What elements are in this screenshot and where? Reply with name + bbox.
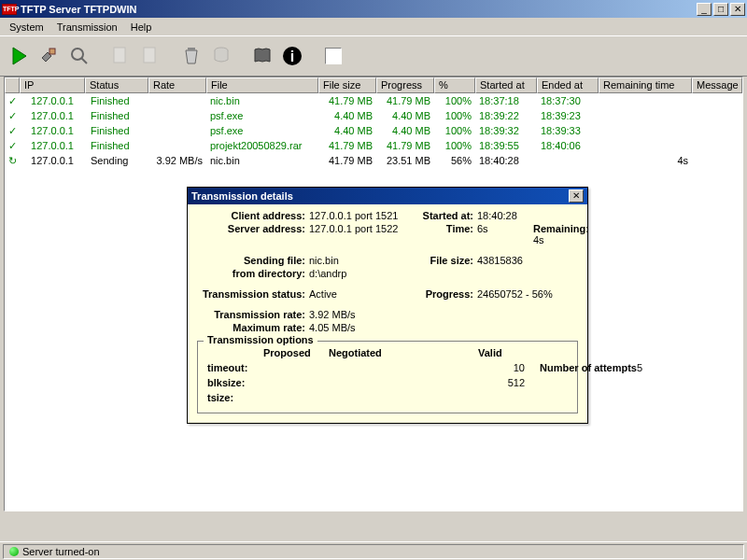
book-button[interactable] <box>248 42 276 70</box>
cell-ip: 127.0.0.1 <box>20 125 85 136</box>
status-text: Server turned-on <box>22 546 100 557</box>
doc1-button <box>106 42 134 70</box>
lbl-mrate: Maximum rate: <box>197 322 309 333</box>
svg-rect-6 <box>188 48 195 50</box>
database-button <box>207 42 235 70</box>
dialog-close-button[interactable]: ✕ <box>569 189 584 203</box>
col-rate[interactable]: Rate <box>148 77 206 93</box>
cell-filesize: 4.40 MB <box>318 110 376 121</box>
transmission-details-dialog: Transmission details ✕ Client address: 1… <box>187 187 588 424</box>
maximize-button[interactable]: □ <box>713 3 728 16</box>
cell-status: Finished <box>85 95 148 106</box>
lbl-blksize: blksize: <box>207 377 263 388</box>
start-button[interactable] <box>6 42 34 70</box>
val-trate: 3.92 MB/s <box>309 309 599 320</box>
check-icon: ✓ <box>5 110 20 122</box>
dialog-body: Client address: 127.0.0.1 port 1521 Star… <box>188 204 587 423</box>
cell-ip: 127.0.0.1 <box>20 95 85 106</box>
val-attempts: 5 <box>637 362 655 373</box>
col-ip[interactable]: IP <box>20 77 85 93</box>
val-mrate: 4.05 MB/s <box>309 322 599 333</box>
find-button[interactable] <box>65 42 93 70</box>
menu-transmission[interactable]: Transmission <box>51 20 123 35</box>
cell-started: 18:39:22 <box>475 110 537 121</box>
check-icon: ✓ <box>5 140 20 152</box>
lbl-progress: Progress: <box>412 288 477 300</box>
database-icon <box>210 45 233 67</box>
close-button[interactable]: ✕ <box>730 3 745 16</box>
cell-started: 18:39:32 <box>475 125 537 136</box>
cell-file: psf.exe <box>206 110 318 121</box>
about-button[interactable]: i <box>278 42 306 70</box>
cell-progress: 41.79 MB <box>376 95 434 106</box>
spin-icon: ↻ <box>5 155 20 167</box>
document-icon <box>109 45 132 67</box>
play-icon <box>8 45 31 67</box>
val-server: 127.0.0.1 port 1522 <box>309 223 412 245</box>
settings-button[interactable] <box>35 42 63 70</box>
cell-percent: 100% <box>434 110 475 121</box>
transmission-options-group: Transmission options Proposed Negotiated… <box>197 341 578 413</box>
table-row[interactable]: ✓127.0.0.1Finishednic.bin41.79 MB41.79 M… <box>5 93 742 108</box>
col-status[interactable]: Status <box>85 77 148 93</box>
col-started[interactable]: Started at <box>475 77 537 93</box>
cell-filesize: 41.79 MB <box>318 95 376 106</box>
table-row[interactable]: ↻127.0.0.1Sending3.92 MB/snic.bin41.79 M… <box>5 153 742 168</box>
document-icon <box>139 45 162 67</box>
svg-rect-4 <box>114 48 125 63</box>
dialog-titlebar[interactable]: Transmission details ✕ <box>188 188 587 204</box>
status-panel: Server turned-on <box>3 544 744 559</box>
lbl-server: Server address: <box>197 223 309 245</box>
cell-percent: 100% <box>434 125 475 136</box>
lbl-filesize: File size: <box>412 255 477 266</box>
cell-ended: 18:39:23 <box>537 110 599 121</box>
cell-progress: 4.40 MB <box>376 110 434 121</box>
val-tstatus: Active <box>309 288 412 300</box>
delete-button[interactable] <box>177 42 205 70</box>
col-file[interactable]: File <box>206 77 318 93</box>
app-icon: TFTP <box>2 4 17 15</box>
options-legend: Transmission options <box>204 334 317 345</box>
val-timeout: 10 <box>478 362 525 373</box>
magnifier-icon <box>68 45 91 67</box>
col-ended[interactable]: Ended at <box>537 77 599 93</box>
col-progress[interactable]: Progress <box>376 77 434 93</box>
lbl-client: Client address: <box>197 210 309 221</box>
minimize-button[interactable]: _ <box>697 3 712 16</box>
cell-status: Sending <box>85 155 148 166</box>
cell-percent: 56% <box>434 155 475 166</box>
val-remaining: 4s <box>533 234 544 245</box>
table-row[interactable]: ✓127.0.0.1Finishedprojekt20050829.rar41.… <box>5 138 742 153</box>
lbl-sending: Sending file: <box>197 255 309 266</box>
cell-progress: 4.40 MB <box>376 125 434 136</box>
table-row[interactable]: ✓127.0.0.1Finishedpsf.exe4.40 MB4.40 MB1… <box>5 123 742 138</box>
cell-ended: 18:37:30 <box>537 95 599 106</box>
col-filesize[interactable]: File size <box>318 77 376 93</box>
cell-percent: 100% <box>434 95 475 106</box>
menu-help[interactable]: Help <box>125 20 158 35</box>
window-title: TFTP Server TFTPDWIN <box>21 4 695 15</box>
col-percent[interactable]: % <box>434 77 475 93</box>
cell-ip: 127.0.0.1 <box>20 140 85 151</box>
info-icon: i <box>281 45 303 67</box>
cell-remaining: 4s <box>599 155 692 166</box>
lbl-trate: Transmission rate: <box>197 309 309 320</box>
cell-progress: 23.51 MB <box>376 155 434 166</box>
cell-status: Finished <box>85 125 148 136</box>
menu-system[interactable]: System <box>4 20 49 35</box>
val-sending: nic.bin <box>309 255 412 266</box>
book-icon <box>251 45 274 67</box>
cell-file: psf.exe <box>206 125 318 136</box>
col-remaining[interactable]: Remaining time <box>599 77 692 93</box>
col-message[interactable]: Message <box>692 77 742 93</box>
cell-ended: 18:39:33 <box>537 125 599 136</box>
cell-filesize: 41.79 MB <box>318 140 376 151</box>
titlebar: TFTP TFTP Server TFTPDWIN _ □ ✕ <box>0 0 747 18</box>
dialog-title: Transmission details <box>191 190 569 202</box>
cell-ip: 127.0.0.1 <box>20 155 85 166</box>
cell-file: projekt20050829.rar <box>206 140 318 151</box>
svg-rect-5 <box>144 48 155 63</box>
table-row[interactable]: ✓127.0.0.1Finishedpsf.exe4.40 MB4.40 MB1… <box>5 108 742 123</box>
col-icon[interactable] <box>5 77 20 93</box>
cell-started: 18:37:18 <box>475 95 537 106</box>
